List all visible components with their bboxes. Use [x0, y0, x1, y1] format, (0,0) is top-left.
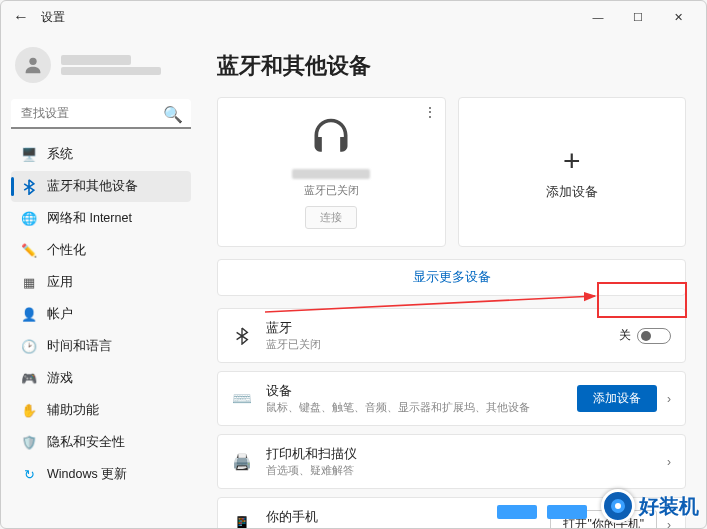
connect-button[interactable]: 连接	[305, 206, 357, 229]
maximize-button[interactable]: ☐	[618, 1, 658, 33]
profile-email-redacted	[61, 67, 161, 75]
nav-icon: 🎮	[21, 371, 37, 387]
devices-row[interactable]: ⌨️ 设备 鼠标、键盘、触笔、音频、显示器和扩展坞、其他设备 添加设备 ›	[217, 371, 686, 426]
plus-icon: +	[563, 144, 581, 178]
page-title: 蓝牙和其他设备	[217, 51, 686, 81]
settings-window: ← 设置 — ☐ ✕ 🔍 🖥️系统蓝牙和其他设备🌐网络和 In	[0, 0, 707, 529]
window-controls: — ☐ ✕	[578, 1, 698, 33]
bluetooth-title: 蓝牙	[266, 319, 321, 337]
show-more-devices-link[interactable]: 显示更多设备	[217, 259, 686, 296]
profile-section[interactable]	[11, 41, 191, 95]
bluetooth-row[interactable]: 蓝牙 蓝牙已关闭 关	[217, 308, 686, 363]
nav-icon: 🖥️	[21, 147, 37, 163]
nav-label: 网络和 Internet	[47, 210, 132, 227]
nav-label: 个性化	[47, 242, 86, 259]
nav-icon	[21, 179, 37, 195]
printers-title: 打印机和扫描仪	[266, 445, 357, 463]
phone-title: 你的手机	[266, 508, 473, 526]
search-icon: 🔍	[163, 105, 183, 124]
more-icon[interactable]: ⋮	[423, 104, 437, 120]
devices-icon: ⌨️	[232, 389, 252, 408]
redaction-bar	[547, 505, 587, 519]
printer-icon: 🖨️	[232, 452, 252, 471]
devices-sub: 鼠标、键盘、触笔、音频、显示器和扩展坞、其他设备	[266, 401, 530, 415]
toggle-label: 关	[619, 327, 631, 344]
nav-icon: ✏️	[21, 243, 37, 259]
nav-label: 帐户	[47, 306, 73, 323]
watermark-text: 好装机	[639, 493, 699, 520]
sidebar-item-1[interactable]: 蓝牙和其他设备	[11, 171, 191, 202]
device-card[interactable]: ⋮ 蓝牙已关闭 连接	[217, 97, 446, 247]
close-button[interactable]: ✕	[658, 1, 698, 33]
watermark: 好装机	[601, 489, 699, 523]
minimize-button[interactable]: —	[578, 1, 618, 33]
device-name-redacted	[292, 169, 370, 179]
svg-point-0	[29, 58, 36, 65]
nav-list: 🖥️系统蓝牙和其他设备🌐网络和 Internet✏️个性化▦应用👤帐户🕑时间和语…	[11, 139, 191, 490]
back-button[interactable]: ←	[9, 8, 33, 26]
sidebar-item-3[interactable]: ✏️个性化	[11, 235, 191, 266]
bluetooth-icon	[232, 327, 252, 345]
sidebar: 🔍 🖥️系统蓝牙和其他设备🌐网络和 Internet✏️个性化▦应用👤帐户🕑时间…	[1, 33, 201, 528]
sidebar-item-2[interactable]: 🌐网络和 Internet	[11, 203, 191, 234]
nav-label: 游戏	[47, 370, 73, 387]
printers-sub: 首选项、疑难解答	[266, 464, 357, 478]
main-content: 蓝牙和其他设备 ⋮ 蓝牙已关闭 连接 + 添加设备 显示更多设备	[201, 33, 706, 528]
avatar-icon	[15, 47, 51, 83]
bluetooth-toggle[interactable]	[637, 328, 671, 344]
sidebar-item-4[interactable]: ▦应用	[11, 267, 191, 298]
titlebar: ← 设置 — ☐ ✕	[1, 1, 706, 33]
nav-icon: ✋	[21, 403, 37, 419]
redaction-bar	[497, 505, 537, 519]
headphones-icon	[309, 115, 353, 163]
window-title: 设置	[41, 9, 65, 26]
phone-sub: 立即获取 Android 设备的照片、短信及其他	[266, 527, 473, 528]
nav-icon: 👤	[21, 307, 37, 323]
add-device-button[interactable]: 添加设备	[577, 385, 657, 412]
nav-label: 辅助功能	[47, 402, 99, 419]
nav-icon: 🌐	[21, 211, 37, 227]
nav-icon: 🕑	[21, 339, 37, 355]
sidebar-item-9[interactable]: 🛡️隐私和安全性	[11, 427, 191, 458]
nav-label: 隐私和安全性	[47, 434, 125, 451]
sidebar-item-7[interactable]: 🎮游戏	[11, 363, 191, 394]
nav-label: 蓝牙和其他设备	[47, 178, 138, 195]
bluetooth-sub: 蓝牙已关闭	[266, 338, 321, 352]
profile-name-redacted	[61, 55, 131, 65]
watermark-logo-icon	[601, 489, 635, 523]
sidebar-item-6[interactable]: 🕑时间和语言	[11, 331, 191, 362]
nav-label: 系统	[47, 146, 73, 163]
nav-label: 应用	[47, 274, 73, 291]
nav-icon: ▦	[21, 275, 37, 291]
phone-icon: 📱	[232, 515, 252, 528]
nav-label: 时间和语言	[47, 338, 112, 355]
add-device-card[interactable]: + 添加设备	[458, 97, 687, 247]
device-cards: ⋮ 蓝牙已关闭 连接 + 添加设备	[217, 97, 686, 247]
nav-icon: 🛡️	[21, 435, 37, 451]
sidebar-item-5[interactable]: 👤帐户	[11, 299, 191, 330]
sidebar-item-0[interactable]: 🖥️系统	[11, 139, 191, 170]
nav-label: Windows 更新	[47, 466, 127, 483]
nav-icon: ↻	[21, 467, 37, 483]
profile-text	[61, 55, 161, 75]
device-status: 蓝牙已关闭	[304, 183, 359, 198]
chevron-right-icon: ›	[667, 392, 671, 406]
chevron-right-icon: ›	[667, 455, 671, 469]
devices-title: 设备	[266, 382, 530, 400]
sidebar-item-8[interactable]: ✋辅助功能	[11, 395, 191, 426]
printers-row[interactable]: 🖨️ 打印机和扫描仪 首选项、疑难解答 ›	[217, 434, 686, 489]
sidebar-item-10[interactable]: ↻Windows 更新	[11, 459, 191, 490]
add-device-label: 添加设备	[546, 184, 598, 201]
search-box[interactable]: 🔍	[11, 99, 191, 129]
bluetooth-toggle-group: 关	[619, 327, 671, 344]
